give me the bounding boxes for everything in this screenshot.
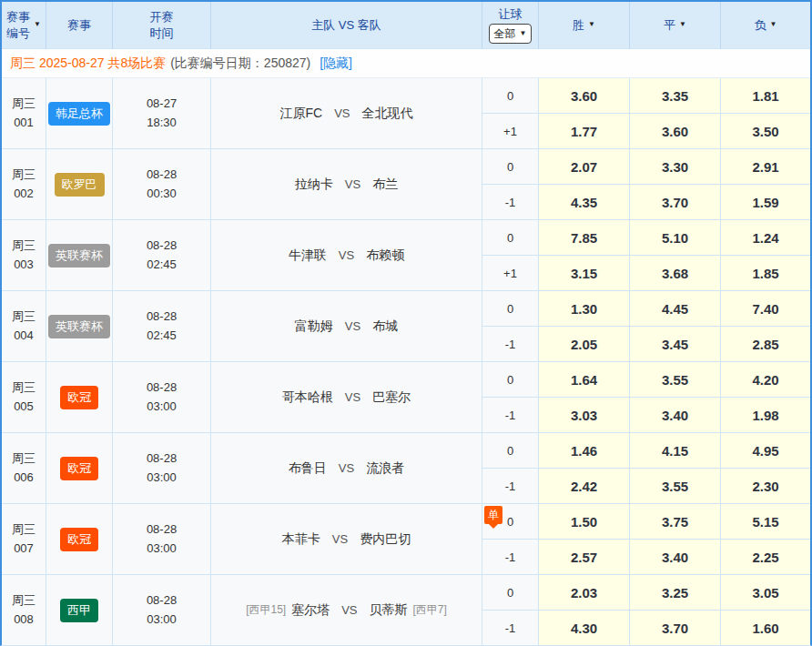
teams-cell: 哥本哈根 VS 巴塞尔 bbox=[211, 362, 482, 433]
odds-lose[interactable]: 1.81 bbox=[721, 78, 810, 114]
odds-win[interactable]: 3.03 bbox=[539, 398, 630, 433]
odds-win[interactable]: 2.05 bbox=[539, 327, 630, 362]
handicap-value: -1 bbox=[505, 196, 516, 209]
teams-cell: 江原FC VS 全北现代 bbox=[211, 78, 482, 149]
odds-draw[interactable]: 3.35 bbox=[630, 78, 721, 114]
handicap-value: -1 bbox=[505, 479, 516, 493]
match-number-cell: 周三 002 bbox=[2, 149, 46, 220]
odds-win[interactable]: 1.50 bbox=[539, 504, 630, 540]
odds-draw[interactable]: 3.70 bbox=[630, 611, 721, 646]
odds-lose[interactable]: 1.98 bbox=[721, 398, 810, 433]
odds-lose[interactable]: 1.85 bbox=[721, 256, 810, 291]
odds-lose[interactable]: 4.95 bbox=[721, 433, 810, 469]
odds-lose[interactable]: 5.15 bbox=[721, 504, 810, 540]
home-team: 拉纳卡 bbox=[295, 177, 333, 193]
odds-win[interactable]: 4.30 bbox=[539, 611, 630, 646]
match-no: 007 bbox=[14, 540, 34, 558]
match-no: 001 bbox=[14, 114, 34, 132]
odds-draw[interactable]: 3.40 bbox=[630, 398, 721, 433]
header-handicap-label: 让球 bbox=[499, 6, 523, 23]
handicap-value: +1 bbox=[503, 125, 517, 138]
vs-label: VS bbox=[345, 319, 360, 333]
match-no: 003 bbox=[14, 256, 34, 274]
odds-draw[interactable]: 3.60 bbox=[630, 114, 721, 149]
odds-lose[interactable]: 1.24 bbox=[721, 220, 810, 256]
header-match-no-line1: 赛事 bbox=[6, 9, 30, 25]
handicap-value: -1 bbox=[505, 409, 516, 422]
header-league: 赛事 bbox=[46, 2, 113, 49]
header-match-no-line2: 编号 bbox=[6, 25, 30, 42]
sort-icon[interactable]: ▼ bbox=[34, 20, 41, 30]
odds-win[interactable]: 3.15 bbox=[539, 256, 630, 291]
home-team: 江原FC bbox=[279, 106, 322, 122]
odds-win[interactable]: 2.03 bbox=[539, 575, 630, 611]
odds-draw[interactable]: 3.40 bbox=[630, 540, 721, 575]
match-date: 08-28 bbox=[147, 308, 177, 326]
odds-draw[interactable]: 3.70 bbox=[630, 185, 721, 220]
vs-label: VS bbox=[339, 461, 354, 475]
match-time: 18:30 bbox=[147, 114, 177, 132]
handicap-cell-bottom: -1 bbox=[482, 469, 539, 504]
away-team: 全北现代 bbox=[362, 106, 413, 122]
odds-lose[interactable]: 1.60 bbox=[721, 611, 810, 646]
match-number-cell: 周三 005 bbox=[2, 362, 46, 433]
date-subheader: 周三 2025-08-27 共8场比赛 (比赛编号日期：250827) [隐藏] bbox=[2, 49, 810, 78]
match-number-cell: 周三 008 bbox=[2, 575, 46, 646]
odds-win[interactable]: 4.35 bbox=[539, 185, 630, 220]
odds-lose[interactable]: 1.59 bbox=[721, 185, 810, 220]
odds-lose[interactable]: 3.05 bbox=[721, 575, 810, 611]
match-row: 周三 003 英联赛杯 08-28 02:45 牛津联 VS 布赖顿 单 0 7… bbox=[2, 220, 810, 291]
odds-draw[interactable]: 3.30 bbox=[630, 149, 721, 185]
odds-win[interactable]: 2.42 bbox=[539, 469, 630, 504]
odds-win[interactable]: 1.30 bbox=[539, 291, 630, 327]
home-team: 本菲卡 bbox=[282, 531, 320, 548]
odds-lose[interactable]: 4.20 bbox=[721, 362, 810, 398]
odds-win[interactable]: 3.60 bbox=[539, 78, 630, 114]
match-day: 周三 bbox=[12, 308, 36, 326]
header-teams-label: 主队 VS 客队 bbox=[311, 17, 381, 34]
league-cell: 西甲 bbox=[46, 575, 113, 646]
handicap-value: 0 bbox=[507, 160, 513, 174]
league-badge: 欧冠 bbox=[60, 386, 98, 409]
odds-win[interactable]: 7.85 bbox=[539, 220, 630, 256]
odds-draw[interactable]: 3.45 bbox=[630, 327, 721, 362]
odds-lose[interactable]: 2.85 bbox=[721, 327, 810, 362]
league-cell: 欧冠 bbox=[46, 433, 113, 504]
odds-win[interactable]: 1.77 bbox=[539, 114, 630, 149]
league-cell: 韩足总杯 bbox=[46, 78, 113, 149]
odds-draw[interactable]: 3.55 bbox=[630, 469, 721, 504]
handicap-filter-select[interactable]: 全部 ▼ bbox=[489, 24, 533, 44]
odds-draw[interactable]: 5.10 bbox=[630, 220, 721, 256]
odds-win[interactable]: 2.57 bbox=[539, 540, 630, 575]
handicap-value: 0 bbox=[507, 231, 513, 245]
odds-draw[interactable]: 3.55 bbox=[630, 362, 721, 398]
odds-win[interactable]: 2.07 bbox=[539, 149, 630, 185]
odds-lose[interactable]: 2.30 bbox=[721, 469, 810, 504]
odds-lose[interactable]: 7.40 bbox=[721, 291, 810, 327]
date-summary: 周三 2025-08-27 共8场比赛 bbox=[10, 56, 166, 72]
odds-lose[interactable]: 3.50 bbox=[721, 114, 810, 149]
sort-icon[interactable]: ▼ bbox=[588, 20, 595, 30]
header-time-line2: 时间 bbox=[150, 25, 174, 42]
match-time: 03:00 bbox=[147, 611, 177, 629]
odds-draw[interactable]: 3.25 bbox=[630, 575, 721, 611]
odds-draw[interactable]: 4.45 bbox=[630, 291, 721, 327]
sort-icon[interactable]: ▼ bbox=[770, 20, 777, 30]
match-no: 005 bbox=[14, 398, 34, 416]
sort-icon[interactable]: ▼ bbox=[679, 20, 686, 30]
match-row: 周三 005 欧冠 08-28 03:00 哥本哈根 VS 巴塞尔 单 0 1.… bbox=[2, 362, 810, 433]
away-team: 布赖顿 bbox=[366, 247, 404, 264]
odds-draw[interactable]: 4.15 bbox=[630, 433, 721, 469]
odds-win[interactable]: 1.46 bbox=[539, 433, 630, 469]
odds-draw[interactable]: 3.75 bbox=[630, 504, 721, 540]
match-row: 周三 002 欧罗巴 08-28 00:30 拉纳卡 VS 布兰 单 0 2.0… bbox=[2, 149, 810, 220]
hide-link[interactable]: [隐藏] bbox=[320, 56, 352, 72]
teams-cell: 牛津联 VS 布赖顿 bbox=[211, 220, 482, 291]
handicap-cell-top: 单 0 bbox=[482, 362, 539, 398]
league-badge: 英联赛杯 bbox=[48, 315, 110, 338]
odds-win[interactable]: 1.64 bbox=[539, 362, 630, 398]
odds-lose[interactable]: 2.25 bbox=[721, 540, 810, 575]
odds-lose[interactable]: 2.91 bbox=[721, 149, 810, 185]
odds-draw[interactable]: 3.68 bbox=[630, 256, 721, 291]
match-rows: 周三 001 韩足总杯 08-27 18:30 江原FC VS 全北现代 单 0… bbox=[2, 78, 810, 646]
